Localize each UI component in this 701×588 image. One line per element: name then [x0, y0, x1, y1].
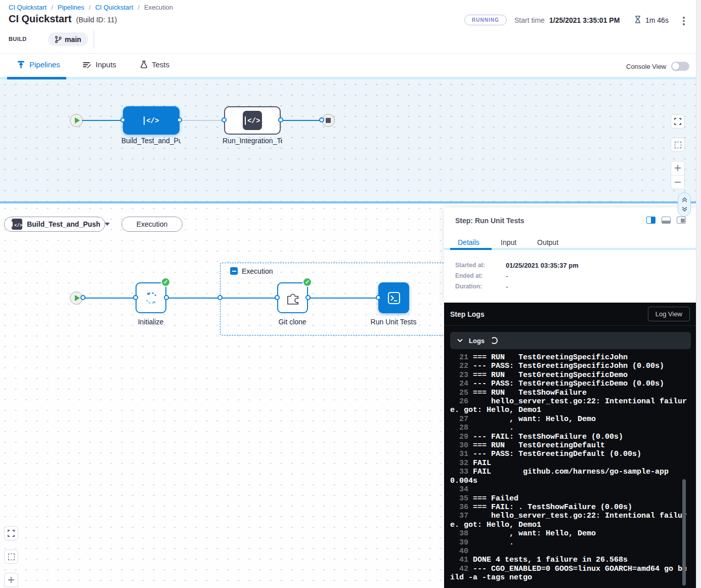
layout-split-right-icon[interactable] — [646, 217, 655, 224]
stage-node-build-test-and-push[interactable] — [123, 106, 180, 135]
layout-bottom-pane-icon[interactable] — [662, 217, 671, 224]
fullscreen-button[interactable] — [671, 114, 685, 129]
stage-selector-dropdown[interactable]: Build_Test_and_Push — [4, 217, 105, 232]
tab-inputs-label: Inputs — [96, 60, 116, 69]
logs-section-header[interactable]: Logs — [450, 332, 691, 349]
log-line: 41 DONE 4 tests, 1 failure in 26.568s — [450, 556, 688, 564]
collapse-group-icon[interactable] — [230, 267, 238, 275]
log-line: 30 === RUN TestGreetingDefault — [450, 441, 688, 450]
pipeline-start-node — [70, 114, 83, 127]
page-scrollbar[interactable] — [696, 0, 701, 588]
log-line: 33 FAIL github.com/harness/go-sample-app… — [450, 468, 688, 485]
panel-resize-toggle[interactable] — [678, 192, 691, 217]
step-logs-panel: Step Logs Log View Logs 21 === RUN TestG… — [444, 303, 701, 588]
tab-tests-label: Tests — [152, 60, 169, 69]
breadcrumb-link[interactable]: Pipelines — [58, 4, 84, 11]
execution-chip[interactable]: Execution — [121, 217, 183, 232]
step-node-run-unit-tests[interactable] — [378, 282, 409, 313]
detail-label: Ended at: — [455, 272, 506, 280]
detail-value: - — [506, 272, 508, 280]
fit-to-screen-button[interactable] — [671, 138, 685, 152]
code-stage-icon — [144, 116, 159, 125]
chevron-down-icon — [457, 339, 463, 343]
step-logs-title: Step Logs — [450, 310, 485, 318]
log-line: 28 . — [450, 424, 688, 432]
detail-label: Started at: — [455, 262, 506, 269]
log-line: 35 === Failed — [450, 494, 688, 503]
step-panel-title: Step: Run Unit Tests — [455, 217, 524, 225]
execution-chip-label: Execution — [137, 220, 167, 228]
app-root: CI Quickstart / Pipelines / CI Quickstar… — [0, 0, 701, 588]
zoom-out-button[interactable] — [671, 176, 684, 189]
terminal-icon — [386, 290, 402, 306]
log-line: 40 — [450, 547, 688, 556]
breadcrumb-link[interactable]: CI Quickstart — [9, 4, 47, 11]
console-view-label: Console View — [626, 63, 666, 70]
zoom-in-button[interactable] — [4, 573, 18, 587]
pipeline-canvas[interactable] — [0, 79, 701, 201]
marquee-icon — [675, 142, 681, 148]
stage-node-run-integration-tests[interactable] — [224, 106, 281, 135]
log-line: 27 , want: Hello, Demo — [450, 415, 688, 424]
breadcrumb-link[interactable]: CI Quickstart — [95, 4, 133, 11]
tab-underline — [0, 77, 701, 79]
panel-tab-underline-active — [450, 248, 492, 250]
tab-output[interactable]: Output — [537, 238, 558, 246]
build-id: (Build ID: 11) — [76, 16, 117, 24]
detail-value: 01/25/2021 03:35:37 pm — [506, 262, 579, 269]
hourglass-icon — [634, 15, 642, 24]
loading-spinner-icon — [491, 337, 498, 344]
fullscreen-button[interactable] — [4, 526, 18, 540]
tab-pipelines[interactable]: Pipelines — [17, 60, 60, 69]
log-line: 31 --- PASS: TestGreetingDefault (0.00s) — [450, 450, 688, 458]
success-badge-icon — [302, 277, 312, 287]
stop-icon — [326, 118, 331, 123]
chevron-double-up-icon — [681, 197, 688, 202]
tab-details[interactable]: Details — [458, 238, 479, 246]
fit-to-screen-button[interactable] — [4, 550, 18, 564]
console-view-toggle[interactable] — [671, 62, 689, 71]
stage-node-label: Run_Integration_Tes — [223, 137, 282, 145]
step-node-initialize[interactable] — [136, 282, 166, 313]
log-line: 25 === RUN TestShowFailure — [450, 389, 688, 397]
step-node-label: Initialize — [115, 318, 186, 326]
page-title: CI Quickstart — [9, 13, 71, 25]
flask-icon — [140, 60, 148, 69]
log-line: 24 --- PASS: TestGreetingSpecificDemo (0… — [450, 380, 688, 388]
log-line: 42 --- CGO_ENABLED=0 GOOS=linux GOARCH=a… — [450, 565, 688, 582]
execution-group-label: Execution — [242, 267, 273, 275]
status-badge: RUNNING — [464, 15, 507, 25]
step-detail-panel: Step: Run Unit Tests Details Input Outpu… — [444, 207, 701, 303]
logs-section-label: Logs — [469, 337, 485, 345]
log-line: 32 FAIL — [450, 459, 688, 468]
panel-layout-switcher — [646, 217, 686, 224]
breadcrumb-separator: / — [138, 4, 140, 11]
step-node-git-clone[interactable] — [277, 282, 308, 313]
log-scrollbar-thumb[interactable] — [682, 479, 686, 585]
log-view-button[interactable]: Log View — [648, 307, 690, 321]
tab-input[interactable]: Input — [501, 238, 516, 246]
log-line: 38 , want: Hello, Demo — [450, 529, 688, 538]
layout-right-pane-icon[interactable] — [677, 217, 686, 224]
log-line: 26 hello_server_test.go:22: Intentional … — [450, 397, 688, 415]
build-label: BUILD — [9, 36, 27, 42]
log-line: 34 — [450, 485, 688, 494]
chevron-double-down-icon — [681, 206, 688, 212]
log-line: 21 === RUN TestGreetingSpecificJohn — [450, 353, 688, 362]
canvas-divider — [0, 201, 701, 203]
tab-inputs[interactable]: Inputs — [82, 60, 116, 69]
branch-chip: main — [48, 32, 88, 46]
step-node-label: Run Unit Tests — [353, 318, 434, 326]
tab-bar: Pipelines Inputs Tests Console View — [0, 53, 701, 79]
zoom-controls — [671, 161, 685, 189]
tab-underline-active — [7, 77, 66, 79]
tab-tests[interactable]: Tests — [140, 60, 169, 69]
branch-name: main — [65, 35, 81, 44]
zoom-in-button[interactable] — [671, 161, 684, 176]
inputs-icon — [82, 61, 92, 69]
pipeline-icon — [17, 60, 25, 69]
log-line: 22 --- PASS: TestGreetingSpecificJohn (0… — [450, 362, 688, 370]
kebab-menu-icon[interactable] — [680, 16, 688, 26]
log-line: 37 hello_server_test.go:22: Intentional … — [450, 512, 688, 529]
elapsed-time: 1m 46s — [645, 16, 669, 24]
